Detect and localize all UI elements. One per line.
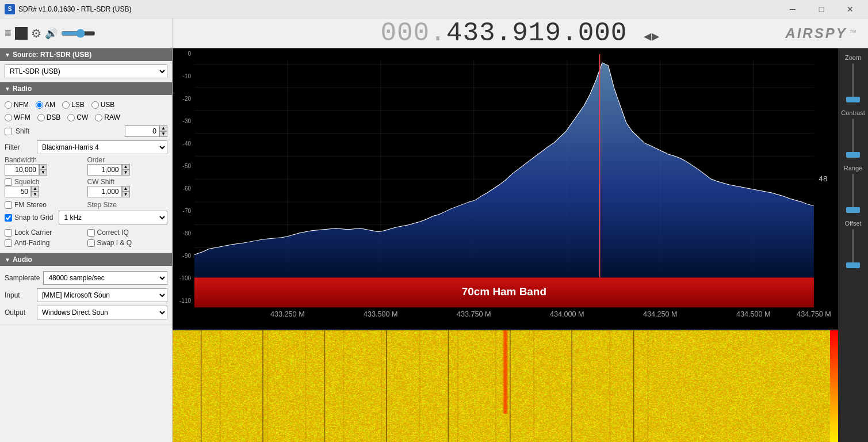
zoom-track [852,63,854,98]
contrast-track [852,119,854,153]
cwshift-col: CW Shift ▲ ▼ [87,178,168,197]
fmstereo-stepsize-row: FM Stereo Step Size [5,201,167,209]
mode-lsb[interactable]: LSB [62,101,85,109]
mode-am[interactable]: AM [36,101,55,109]
audio-panel: Samplerate 48000 sample/sec Input [MME] … [0,266,172,325]
anti-fading-label[interactable]: Anti-Fading [5,239,85,247]
squelch-col: Squelch ▲ ▼ [5,178,85,197]
order-up[interactable]: ▲ [122,164,130,170]
correct-iq-label[interactable]: Correct IQ [87,228,168,237]
contrast-thumb[interactable] [846,152,860,158]
mode-wfm[interactable]: WFM [5,113,30,121]
minimize-button[interactable]: ─ [779,0,806,18]
fm-stereo-checkbox[interactable] [5,201,12,209]
radio-section-header[interactable]: ▼ Radio [0,82,172,95]
bandwidth-label: Bandwidth [5,156,85,164]
squelch-up[interactable]: ▲ [31,186,39,192]
swap-iq-label[interactable]: Swap I & Q [87,239,168,247]
titlebar-title: SDR# v1.0.0.1630 - RTL-SDR (USB) [18,5,132,13]
shift-row: Shift ▲ ▼ [5,124,167,139]
lock-carrier-checkbox[interactable] [5,229,12,237]
bandwidth-input[interactable] [5,164,39,176]
cw-shift-input[interactable] [87,186,122,197]
audio-section-header[interactable]: ▼ Audio [0,253,172,266]
bw-up[interactable]: ▲ [39,164,47,170]
order-down[interactable]: ▼ [122,170,130,176]
db-marker-48: 48 [819,174,827,183]
close-button[interactable]: ✕ [837,0,863,18]
squelch-down[interactable]: ▼ [31,192,39,197]
freq-label-7: 434.750 M [797,310,831,318]
freq-arrows[interactable]: ◀▶ [644,30,660,44]
mode-raw[interactable]: RAW [95,113,120,121]
order-input[interactable] [87,164,122,176]
source-title: Source: RTL-SDR (USB) [13,51,91,59]
spectrum-display: 0 -10 -20 -30 -40 -50 -60 -70 -80 -90 -1… [173,48,838,330]
snap-to-grid-label[interactable]: Snap to Grid [5,214,53,222]
anti-fading-checkbox[interactable] [5,239,12,247]
main-layout: ≡ ⚙ 🔊 ▼ Source: RTL-SDR (USB) RTL-SDR (U… [0,18,868,442]
cwshift-up[interactable]: ▲ [122,186,130,192]
samplerate-select[interactable]: 48000 sample/sec [43,271,167,285]
shift-down[interactable]: ▼ [159,131,167,137]
offset-label: Offset [844,220,861,227]
mode-dsb[interactable]: DSB [37,113,61,121]
spectrum-svg: 70cm Ham Band 48 433.250 M 433.500 M 433… [173,48,838,329]
range-label: Range [844,165,862,172]
squelch-input-group: ▲ ▼ [5,186,85,197]
output-select[interactable]: Windows Direct Soun [37,306,167,319]
left-panel: ≡ ⚙ 🔊 ▼ Source: RTL-SDR (USB) RTL-SDR (U… [0,18,173,442]
volume-slider[interactable] [61,29,95,38]
fm-stereo-label[interactable]: FM Stereo [5,201,85,209]
input-select[interactable]: [MME] Microsoft Soun [37,288,167,302]
source-panel: RTL-SDR (USB) [0,61,172,82]
mode-usb[interactable]: USB [91,101,115,109]
offset-track [852,229,854,264]
shift-checkbox[interactable] [5,128,12,135]
squelch-checkbox[interactable] [5,178,12,186]
offset-thumb-slider[interactable] [846,262,860,268]
titlebar: S SDR# v1.0.0.1630 - RTL-SDR (USB) ─ □ ✕ [0,0,868,18]
maximize-button[interactable]: □ [808,0,835,18]
shift-up[interactable]: ▲ [159,125,167,131]
range-thumb[interactable] [846,207,860,213]
waterfall-canvas [173,330,838,442]
radio-title: Radio [13,85,32,93]
snap-to-grid-checkbox[interactable] [5,214,12,222]
squelch-input[interactable] [5,186,31,197]
correct-iq-checkbox[interactable] [87,229,95,237]
filter-select[interactable]: Blackman-Harris 4 Hamming Hann Blackman … [37,140,167,154]
range-track [852,174,854,208]
bw-down[interactable]: ▼ [39,170,47,176]
right-area: 000.433.919.000 ◀▶ AIRSPY ™ 0 -10 -20 [173,18,868,442]
mode-row-2: WFM DSB CW RAW [5,111,167,124]
lock-correctiq-row: Lock Carrier Correct IQ [5,228,167,237]
snap-select[interactable]: 1 kHz 5 kHz 10 kHz 25 kHz 100 kHz [59,211,167,224]
swap-iq-checkbox[interactable] [87,239,95,247]
source-section-header[interactable]: ▼ Source: RTL-SDR (USB) [0,48,172,61]
lock-carrier-label[interactable]: Lock Carrier [5,228,85,237]
order-col: Order ▲ ▼ [87,156,168,176]
freq-label-3: 433.750 M [457,310,491,318]
hamburger-menu[interactable]: ≡ [5,26,12,40]
filter-row: Filter Blackman-Harris 4 Hamming Hann Bl… [5,139,167,156]
zoom-label: Zoom [845,54,861,61]
zoom-thumb[interactable] [846,97,860,102]
mode-nfm[interactable]: NFM [5,101,29,109]
ham-band-text: 70cm Ham Band [462,286,546,298]
shift-input[interactable] [125,125,159,137]
stop-button[interactable] [15,27,28,40]
order-input-group: ▲ ▼ [87,164,168,176]
shift-spinners: ▲ ▼ [159,125,167,137]
device-select[interactable]: RTL-SDR (USB) [5,64,167,78]
app-icon: S [5,4,15,14]
cwshift-down[interactable]: ▼ [122,192,130,197]
squelch-cw-row: Squelch ▲ ▼ CW Shift [5,178,167,197]
gear-icon[interactable]: ⚙ [31,26,41,40]
frequency-display: 000.433.919.000 ◀▶ [173,20,868,47]
bw-order-row: Bandwidth ▲ ▼ Order ▲ [5,156,167,176]
main-toolbar: ≡ ⚙ 🔊 [0,18,172,48]
bandwidth-col: Bandwidth ▲ ▼ [5,156,85,176]
volume-icon[interactable]: 🔊 [45,27,58,40]
mode-cw[interactable]: CW [67,113,88,121]
